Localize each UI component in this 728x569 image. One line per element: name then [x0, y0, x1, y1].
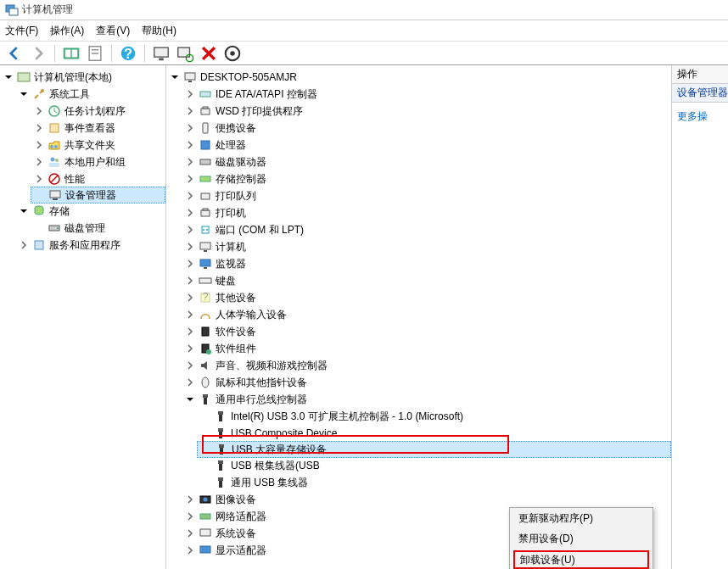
- svg-point-46: [206, 229, 208, 231]
- chevron-right-icon[interactable]: [185, 377, 195, 388]
- svg-rect-1: [9, 8, 18, 15]
- forward-button[interactable]: [29, 44, 48, 63]
- chevron-right-icon[interactable]: [185, 293, 195, 303]
- device-category[interactable]: 人体学输入设备: [182, 306, 671, 323]
- chevron-right-icon[interactable]: [34, 123, 44, 133]
- left-item[interactable]: 共享文件夹: [31, 137, 165, 153]
- actions-header: 操作: [672, 65, 728, 84]
- ctx-disable-device[interactable]: 禁用设备(D): [510, 528, 652, 549]
- device-item[interactable]: 通用 USB 集线器: [197, 474, 671, 491]
- help-button[interactable]: ?: [119, 44, 137, 63]
- back-button[interactable]: [5, 44, 24, 63]
- device-category[interactable]: IDE ATA/ATAPI 控制器: [182, 86, 671, 103]
- device-category[interactable]: 端口 (COM 和 LPT): [182, 221, 671, 238]
- chevron-right-icon[interactable]: [185, 191, 195, 201]
- ctx-update-driver[interactable]: 更新驱动程序(P): [510, 508, 652, 528]
- chevron-right-icon[interactable]: [185, 157, 195, 167]
- left-root[interactable]: 计算机管理(本地): [0, 69, 165, 86]
- device-category[interactable]: 声音、视频和游戏控制器: [182, 357, 671, 374]
- device-category[interactable]: 打印队列: [182, 187, 671, 204]
- left-item[interactable]: 本地用户和组: [31, 153, 165, 170]
- menu-help[interactable]: 帮助(H): [142, 24, 176, 38]
- chevron-down-icon[interactable]: [185, 394, 195, 404]
- menu-file[interactable]: 文件(F): [5, 24, 38, 38]
- left-storage[interactable]: 存储: [15, 203, 165, 220]
- device-category[interactable]: WSD 打印提供程序: [182, 103, 671, 120]
- chevron-right-icon[interactable]: [34, 140, 44, 150]
- device-tree[interactable]: DESKTOP-505AMJR IDE ATA/ATAPI 控制器WSD 打印提…: [166, 65, 672, 569]
- device-item[interactable]: USB 根集线器(USB: [197, 457, 671, 474]
- svg-rect-54: [202, 327, 209, 336]
- chevron-right-icon[interactable]: [185, 276, 195, 286]
- chevron-right-icon[interactable]: [34, 157, 44, 167]
- device-item[interactable]: Intel(R) USB 3.0 可扩展主机控制器 - 1.0 (Microso…: [197, 408, 671, 425]
- left-item[interactable]: 磁盘管理: [31, 220, 165, 237]
- device-item[interactable]: USB 大容量存储设备: [197, 441, 671, 458]
- chevron-right-icon[interactable]: [19, 240, 29, 250]
- scan-icon[interactable]: [176, 44, 194, 63]
- chevron-down-icon[interactable]: [3, 72, 14, 82]
- chevron-right-icon[interactable]: [185, 89, 195, 99]
- svg-rect-36: [203, 107, 208, 109]
- device-category[interactable]: 处理器: [182, 137, 671, 153]
- computer-icon[interactable]: [152, 44, 171, 63]
- ctx-uninstall-device[interactable]: 卸载设备(U): [513, 550, 649, 569]
- device-icon: [199, 87, 212, 101]
- device-category[interactable]: 监视器: [182, 255, 671, 272]
- chevron-right-icon[interactable]: [185, 123, 195, 133]
- chevron-right-icon[interactable]: [185, 242, 195, 252]
- device-category[interactable]: 便携设备: [182, 120, 671, 137]
- device-category[interactable]: 软件组件: [182, 340, 671, 357]
- chevron-right-icon[interactable]: [185, 208, 195, 218]
- chevron-right-icon[interactable]: [185, 511, 195, 522]
- chevron-right-icon[interactable]: [185, 494, 195, 505]
- left-item[interactable]: 性能: [31, 170, 165, 187]
- device-category[interactable]: 图像设备: [182, 491, 671, 508]
- chevron-right-icon[interactable]: [185, 528, 195, 538]
- target-icon[interactable]: [223, 44, 242, 63]
- device-category-usb[interactable]: 通用串行总线控制器: [182, 391, 671, 408]
- left-services[interactable]: 服务和应用程序: [15, 237, 165, 254]
- device-category[interactable]: ?其他设备: [182, 289, 671, 306]
- left-tree[interactable]: 计算机管理(本地) 系统工具 任务计划程序事件查看器共享文件夹本地用户和组性能设…: [0, 65, 166, 569]
- chevron-right-icon[interactable]: [185, 140, 195, 150]
- device-category[interactable]: 磁盘驱动器: [182, 153, 671, 170]
- usb-icon: [214, 459, 227, 472]
- chevron-right-icon[interactable]: [185, 310, 195, 320]
- chevron-right-icon[interactable]: [185, 343, 195, 354]
- delete-icon[interactable]: [199, 44, 218, 63]
- device-category[interactable]: 鼠标和其他指针设备: [182, 374, 671, 391]
- devtree-root[interactable]: DESKTOP-505AMJR: [166, 69, 671, 86]
- chevron-right-icon[interactable]: [185, 259, 195, 269]
- menu-action[interactable]: 操作(A): [50, 24, 84, 38]
- device-item[interactable]: USB Composite Device: [197, 425, 671, 442]
- device-category[interactable]: 计算机: [182, 238, 671, 255]
- left-item[interactable]: 事件查看器: [31, 120, 165, 137]
- device-category[interactable]: 键盘: [182, 272, 671, 289]
- left-item[interactable]: 任务计划程序: [31, 103, 165, 120]
- chevron-right-icon[interactable]: [34, 174, 44, 184]
- chevron-right-icon[interactable]: [185, 174, 195, 184]
- device-category[interactable]: 软件设备: [182, 323, 671, 340]
- device-icon: [199, 544, 212, 557]
- chevron-right-icon[interactable]: [185, 106, 195, 116]
- device-category[interactable]: 打印机: [182, 204, 671, 221]
- svg-point-30: [57, 227, 59, 229]
- chevron-down-icon[interactable]: [19, 206, 29, 216]
- up-button[interactable]: [62, 44, 81, 63]
- actions-more[interactable]: 更多操: [672, 103, 728, 131]
- chevron-right-icon[interactable]: [34, 106, 44, 116]
- left-systools[interactable]: 系统工具: [15, 86, 165, 103]
- properties-button[interactable]: [86, 44, 104, 63]
- chevron-right-icon[interactable]: [185, 225, 195, 235]
- chevron-down-icon[interactable]: [19, 89, 29, 99]
- app-icon: [5, 3, 19, 17]
- menu-view[interactable]: 查看(V): [96, 24, 130, 38]
- svg-rect-59: [204, 398, 207, 404]
- left-item[interactable]: 设备管理器: [31, 187, 165, 204]
- chevron-right-icon[interactable]: [185, 545, 195, 555]
- device-category[interactable]: 存储控制器: [182, 170, 671, 187]
- chevron-right-icon[interactable]: [185, 326, 195, 337]
- chevron-right-icon[interactable]: [185, 360, 195, 371]
- chevron-down-icon[interactable]: [170, 72, 180, 82]
